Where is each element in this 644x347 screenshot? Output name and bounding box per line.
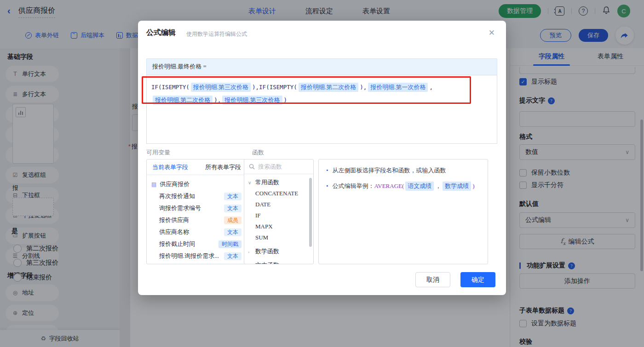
field-token-chip: 数学成绩 (443, 182, 471, 191)
help-line-1: • 从左侧面板选择字段名和函数，或输入函数 (326, 165, 480, 175)
function-item[interactable]: SUM (244, 232, 313, 243)
function-item[interactable]: MAPX (244, 221, 313, 232)
group-label: 数学函数 (255, 247, 279, 256)
formula-keyword: ), (360, 84, 367, 91)
tree-root-label: 供应商报价 (160, 180, 190, 188)
help-line-2: • 公式编辑举例：AVERAGE(语文成绩，数学成绩) (326, 181, 480, 191)
type-badge: 文本 (224, 205, 242, 212)
confirm-button[interactable]: 确定 (460, 272, 495, 287)
variables-panel: 当前表单字段 所有表单字段 ▤ 供应商报价 再次报价通知文本 询报价需求编号文本… (146, 159, 248, 264)
variable-name: 报价供应商 (159, 216, 189, 224)
formula-keyword: ), (214, 97, 221, 103)
field-token-chip: 报价明细.第一次价格 (368, 83, 428, 92)
type-badge: 文本 (224, 228, 242, 236)
tab-current-form-fields[interactable]: 当前表单字段 (152, 159, 188, 175)
field-token-chip: 报价明细.第二次价格 (299, 83, 358, 92)
search-icon (249, 164, 255, 170)
modal-title: 公式编辑 (146, 28, 176, 38)
field-token-chip: 语文成绩 (405, 182, 434, 191)
type-badge: 文本 (224, 252, 242, 260)
bullet-icon: • (326, 181, 328, 191)
function-name-token: AVERAGE( (374, 182, 404, 189)
formula-keyword: IF(ISEMPTY( (151, 84, 190, 91)
form-file-icon: ▤ (151, 181, 156, 188)
function-group-text[interactable]: › 文本函数 (244, 260, 313, 264)
field-token-chip: 报价明细.第二次价格 (153, 96, 213, 105)
formula-keyword: , (429, 84, 433, 91)
function-group-math[interactable]: › 数学函数 (244, 246, 313, 257)
modal-subtitle: 使用数学运算符编辑公式 (186, 30, 247, 38)
help-text: 公式编辑举例： (333, 182, 374, 189)
chevron-down-icon: ∨ (248, 180, 253, 185)
group-label: 常用函数 (255, 178, 279, 187)
chevron-right-icon: › (248, 263, 253, 265)
variable-name: 供应商名称 (159, 228, 189, 236)
tab-all-form-fields[interactable]: 所有表单字段 (205, 159, 241, 175)
function-item[interactable]: IF (244, 210, 313, 221)
variable-row[interactable]: 供应商名称文本 (147, 226, 248, 238)
variable-name: 再次报价通知 (159, 192, 195, 200)
formula-keyword: ),IF(ISEMPTY( (252, 84, 297, 91)
functions-label: 函数 (252, 148, 264, 157)
cancel-button[interactable]: 取消 (415, 272, 450, 287)
functions-scrollbar[interactable] (309, 178, 312, 247)
variable-row[interactable]: 报价截止时间时间戳 (147, 238, 248, 250)
variable-row[interactable]: 报价供应商成员 (147, 214, 248, 226)
function-item[interactable]: DATE (244, 199, 313, 210)
type-badge: 文本 (224, 193, 242, 200)
close-icon[interactable]: ✕ (489, 28, 495, 38)
function-search (244, 159, 313, 174)
help-text: 从左侧面板选择字段名和函数，或输入函数 (333, 165, 446, 175)
formula-editor[interactable]: IF(ISEMPTY(报价明细.第三次价格),IF(ISEMPTY(报价明细.第… (146, 75, 497, 144)
variable-name: 报价明细.询报价需求... (159, 252, 219, 260)
type-badge: 时间戳 (218, 240, 242, 248)
formula-edit-modal: 公式编辑 使用数学运算符编辑公式 ✕ 报价明细.最终价格 = IF(ISEMPT… (138, 21, 506, 295)
chevron-right-icon: › (248, 249, 253, 254)
separator: ， (435, 182, 441, 189)
field-token-chip: 报价明细.第三次价格 (191, 83, 251, 92)
variable-row[interactable]: 报价明细.询报价需求...文本 (147, 250, 248, 262)
group-label: 文本函数 (255, 261, 279, 264)
variable-row[interactable]: 再次报价通知文本 (147, 190, 248, 202)
formula-help-panel: • 从左侧面板选择字段名和函数，或输入函数 • 公式编辑举例：AVERAGE(语… (318, 159, 488, 264)
variable-row[interactable]: 询报价需求编号文本 (147, 202, 248, 214)
formula-target-bar: 报价明细.最终价格 = (146, 58, 497, 75)
type-badge: 成员 (224, 216, 242, 224)
close-paren-token: ) (472, 182, 474, 189)
form-tree-root[interactable]: ▤ 供应商报价 (147, 178, 248, 190)
variables-label: 可用变量 (146, 148, 170, 157)
functions-panel: ∨ 常用函数 CONCATENATE DATE IF MAPX SUM › 数学… (244, 159, 314, 264)
search-function-input[interactable] (258, 163, 304, 171)
bullet-icon: • (326, 165, 328, 175)
variable-name: 询报价需求编号 (159, 204, 201, 212)
variables-tabs: 当前表单字段 所有表单字段 (147, 159, 248, 175)
field-token-chip: 报价明细.第三次价格 (222, 96, 282, 105)
formula-keyword: ) (284, 97, 288, 103)
help-example: 公式编辑举例：AVERAGE(语文成绩，数学成绩) (333, 181, 475, 191)
function-item[interactable]: CONCATENATE (244, 188, 313, 199)
function-group-common[interactable]: ∨ 常用函数 (244, 177, 313, 188)
variable-name: 报价截止时间 (159, 240, 195, 248)
